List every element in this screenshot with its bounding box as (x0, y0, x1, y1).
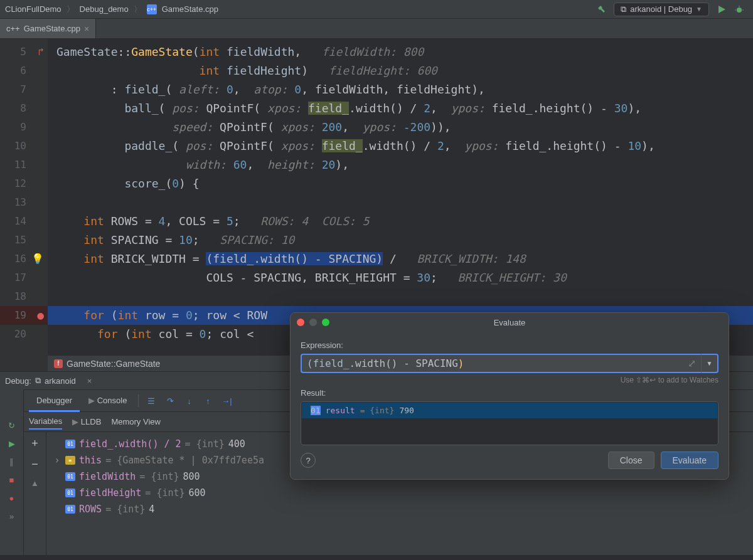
run-to-cursor-icon[interactable]: →| (219, 393, 234, 408)
target-icon: ⧉ (621, 4, 626, 14)
dialog-title: Evaluate (494, 318, 526, 327)
pause-icon[interactable]: ∥ (9, 457, 14, 467)
expression-label: Expression: (301, 341, 718, 350)
debug-left-toolbar: ↻ ▶ ∥ ■ ● » (0, 389, 24, 555)
minimize-window-icon[interactable] (309, 319, 317, 326)
variables-toolbar: + − ▲ (24, 432, 46, 555)
close-button[interactable]: Close (608, 452, 654, 469)
variable-row[interactable]: 01 ROWS = {int} 4 (53, 501, 747, 517)
remove-watch-icon[interactable]: − (31, 458, 38, 471)
result-label: Result: (301, 388, 718, 398)
close-window-icon[interactable] (297, 319, 304, 326)
expression-history-icon[interactable]: ▼ (701, 354, 718, 373)
run-icon[interactable] (714, 2, 729, 17)
run-config-select[interactable]: ⧉ arkanoid | Debug ▼ (614, 3, 709, 16)
view-variables[interactable]: Variables (29, 416, 62, 430)
view-breakpoints-icon[interactable]: ● (9, 494, 14, 503)
layout-icon[interactable]: ☰ (144, 393, 159, 408)
override-icon[interactable]: ↱ (38, 43, 44, 61)
debug-icon[interactable] (732, 2, 747, 17)
breadcrumb-file[interactable]: GameState.cpp (162, 4, 218, 14)
function-icon: f (54, 359, 63, 368)
breadcrumb: CLionFullDemo 〉 Debug_demo 〉 c++ GameSta… (5, 4, 218, 15)
run-config-name: arkanoid | Debug (630, 4, 692, 14)
editor-tab[interactable]: c++ GameState.cpp × (0, 19, 96, 38)
more-icon[interactable]: » (9, 512, 14, 521)
step-into-icon[interactable]: ↓ (181, 393, 196, 408)
breadcrumb-project[interactable]: CLionFullDemo (5, 4, 61, 14)
cpp-file-icon: c++ (6, 24, 20, 33)
view-lldb[interactable]: ▶ LLDB (72, 417, 101, 426)
evaluate-button[interactable]: Evaluate (661, 452, 718, 469)
main-toolbar: CLionFullDemo 〉 Debug_demo 〉 c++ GameSta… (0, 0, 753, 19)
bulb-icon[interactable]: 💡 (31, 250, 44, 268)
zoom-window-icon[interactable] (322, 319, 329, 326)
rerun-icon[interactable]: ↻ (8, 421, 15, 430)
result-tree[interactable]: 01 result = {int} 790 (301, 401, 718, 445)
debug-session-tab[interactable]: arkanoid (45, 376, 83, 386)
editor-tab-bar: c++ GameState.cpp × (0, 19, 753, 39)
view-memory[interactable]: Memory View (111, 417, 161, 426)
editor-tab-label: GameState.cpp (24, 24, 80, 33)
breakpoint-icon[interactable]: ● (37, 306, 44, 325)
svg-point-1 (737, 8, 742, 13)
breadcrumb-sep: 〉 (67, 4, 75, 15)
watches-hint: Use ⇧⌘↩ to add to Watches (301, 376, 718, 384)
close-icon[interactable]: × (84, 24, 89, 34)
close-icon[interactable]: × (87, 376, 92, 386)
expand-icon[interactable]: › (53, 455, 61, 466)
tab-debugger[interactable]: Debugger (29, 389, 80, 412)
step-out-icon[interactable]: ↑ (200, 393, 215, 408)
add-watch-icon[interactable]: + (31, 437, 38, 450)
build-icon[interactable] (594, 2, 609, 17)
expression-input[interactable]: (field_.width() - SPACING) ⤢ (301, 354, 701, 373)
debug-title: Debug: (5, 376, 31, 386)
target-icon: ⧉ (35, 376, 41, 386)
evaluate-dialog: Evaluate Expression: (field_.width() - S… (290, 312, 729, 480)
breadcrumb-sep: 〉 (134, 4, 142, 15)
structure-crumb-label: GameState::GameState (67, 359, 160, 369)
result-row[interactable]: 01 result = {int} 790 (302, 403, 717, 418)
cpp-file-icon: c++ (147, 4, 157, 14)
variable-row[interactable]: 01 fieldHeight = {int} 600 (53, 485, 747, 501)
dialog-titlebar[interactable]: Evaluate (291, 313, 729, 332)
expand-expression-icon[interactable]: ⤢ (688, 357, 696, 369)
resume-icon[interactable]: ▶ (9, 439, 15, 448)
tab-console[interactable]: ▶ Console (81, 389, 134, 412)
svg-marker-0 (718, 6, 725, 13)
up-icon[interactable]: ▲ (31, 478, 39, 488)
breadcrumb-folder[interactable]: Debug_demo (80, 4, 129, 14)
gutter: 5↱ 6 7 8 9 10 11 12 13 14 15 16💡 17 18 1… (0, 39, 48, 371)
chevron-down-icon: ▼ (696, 6, 702, 13)
step-over-icon[interactable]: ↷ (163, 393, 178, 408)
help-icon[interactable]: ? (301, 453, 316, 468)
stop-icon[interactable]: ■ (9, 475, 14, 485)
